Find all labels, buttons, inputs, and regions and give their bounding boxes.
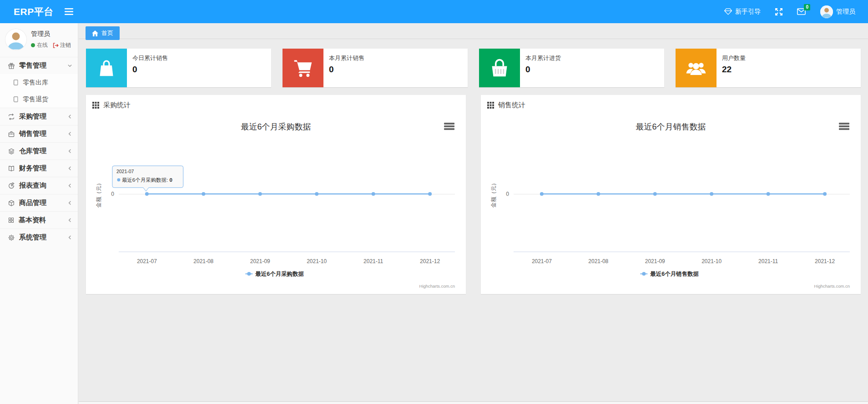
chart-panels-row: 采购统计 最近6个月采购数据金额（元）02021-072021-082021-0… [79, 87, 868, 294]
chart-context-menu-icon[interactable] [444, 123, 454, 130]
chart-context-menu-icon[interactable] [839, 123, 849, 130]
sidebar-item-label: 销售管理 [19, 130, 46, 138]
chevron-down-icon [67, 63, 72, 68]
gear-icon [8, 234, 15, 241]
layers-icon [8, 148, 15, 155]
chevron-left-icon [67, 114, 72, 119]
message-count-badge: 0 [804, 4, 810, 10]
chevron-left-icon [67, 235, 72, 240]
stat-cards-row: 今日累计销售0本月累计销售0本月累计进货0用户数量22 [79, 39, 868, 87]
stat-card-label: 今日累计销售 [132, 54, 168, 62]
guide-label: 新手引导 [735, 8, 761, 16]
panel-sales-stats: 销售统计 最近6个月销售数据金额（元）02021-072021-082021-0… [481, 95, 861, 294]
svg-text:最近6个月采购数据: 最近6个月采购数据 [255, 271, 304, 277]
data-point [372, 192, 375, 196]
messages-button[interactable]: 0 [797, 8, 806, 15]
x-axis-label: 2021-07 [137, 258, 157, 264]
shopping-cart-icon [283, 49, 323, 87]
briefcase-icon [8, 130, 15, 138]
y-axis-tick: 0 [506, 191, 509, 197]
logout-button[interactable]: 注销 [53, 41, 71, 49]
svg-text:最近6个月采购数据: 0: 最近6个月采购数据: 0 [122, 177, 172, 183]
sidebar-item-system[interactable]: 系统管理 [0, 229, 78, 246]
repeat-icon [8, 113, 15, 120]
sidebar-item-label: 仓库管理 [19, 147, 46, 155]
sidebar-item-retail-out[interactable]: 零售出库 [0, 74, 78, 91]
online-status-label: 在线 [37, 41, 48, 49]
users-icon [676, 49, 717, 87]
chart-title: 最近6个月销售数据 [636, 122, 706, 131]
avatar [5, 29, 26, 50]
sidebar-item-label: 报表查询 [19, 181, 46, 190]
sidebar-item-label: 零售退货 [23, 95, 48, 104]
chart-credits: Highcharts.com.cn [419, 284, 455, 289]
sidebar-item-retail-return[interactable]: 零售退货 [0, 91, 78, 108]
data-point [315, 192, 318, 196]
panel-purchase-stats: 采购统计 最近6个月采购数据金额（元）02021-072021-082021-0… [86, 95, 466, 294]
fullscreen-button[interactable] [775, 8, 782, 15]
sidebar-item-reports[interactable]: 报表查询 [0, 177, 78, 194]
panel-title: 采购统计 [103, 101, 131, 110]
chevron-left-icon [67, 149, 72, 154]
x-axis-label: 2021-12 [815, 258, 835, 264]
user-menu[interactable]: 管理员 [820, 5, 855, 18]
sidebar-item-label: 商品管理 [19, 199, 46, 207]
y-axis-title: 金额（元） [96, 180, 102, 208]
stat-card-value: 0 [132, 65, 168, 75]
file-icon [12, 96, 19, 103]
x-axis-label: 2021-08 [193, 258, 213, 264]
tab-bar: 首页 [79, 23, 868, 39]
stat-card-month-sales: 本月累计销售0 [283, 49, 468, 87]
stat-card-value: 0 [525, 65, 561, 75]
x-axis-label: 2021-10 [701, 258, 722, 264]
chevron-left-icon [67, 200, 72, 205]
stat-card-value: 22 [722, 65, 746, 75]
diamond-icon [724, 8, 732, 15]
fullscreen-icon [775, 8, 782, 15]
legend-item[interactable]: 最近6个月采购数据 [245, 271, 304, 277]
stat-card-month-purchase: 本月累计进货0 [479, 49, 664, 87]
stat-card-value: 0 [329, 65, 364, 75]
shopping-bag-icon [86, 49, 127, 87]
sidebar-item-label: 系统管理 [19, 233, 46, 242]
data-point [145, 192, 149, 196]
footer-divider [79, 401, 868, 404]
data-point [540, 192, 544, 196]
legend-item[interactable]: 最近6个月销售数据 [640, 271, 699, 277]
y-axis-title: 金额（元） [490, 180, 497, 208]
main-content: 首页 今日累计销售0本月累计销售0本月累计进货0用户数量22 采购统计 最近6个… [79, 23, 868, 404]
sidebar-item-retail[interactable]: 零售管理 [0, 57, 78, 74]
y-axis-tick: 0 [111, 191, 114, 197]
x-axis-label: 2021-11 [758, 258, 778, 264]
sidebar-item-finance[interactable]: 财务管理 [0, 160, 78, 177]
data-point [823, 192, 827, 196]
chart-title: 最近6个月采购数据 [241, 122, 311, 131]
sidebar-item-warehouse[interactable]: 仓库管理 [0, 142, 78, 160]
svg-text:最近6个月销售数据: 最近6个月销售数据 [650, 271, 699, 277]
sidebar-toggle-icon[interactable] [65, 8, 73, 15]
data-point [653, 192, 657, 196]
sidebar-item-basic-data[interactable]: 基本资料 [0, 211, 78, 229]
sidebar-item-goods[interactable]: 商品管理 [0, 194, 78, 211]
th-grid-icon [92, 102, 99, 109]
pie-chart-icon [8, 182, 15, 190]
purchase-chart: 最近6个月采购数据金额（元）02021-072021-082021-092021… [86, 113, 466, 294]
sidebar-item-purchase[interactable]: 采购管理 [0, 108, 78, 125]
book-icon [8, 165, 15, 172]
gift-icon [8, 62, 15, 70]
avatar [820, 5, 833, 18]
shopping-basket-icon [479, 49, 520, 87]
guide-button[interactable]: 新手引导 [724, 8, 761, 16]
chevron-left-icon [67, 183, 72, 188]
tab-home[interactable]: 首页 [86, 26, 120, 40]
chevron-left-icon [67, 218, 72, 223]
sidebar-item-sales[interactable]: 销售管理 [0, 125, 78, 142]
navbar-right: 新手引导 0 管理员 [724, 5, 868, 18]
file-icon [12, 79, 19, 86]
stat-card-label: 用户数量 [722, 54, 746, 62]
home-icon [92, 30, 98, 36]
app-brand[interactable]: ERP平台 [0, 5, 65, 18]
line-chart: 最近6个月采购数据金额（元）02021-072021-082021-092021… [91, 113, 460, 291]
x-axis-label: 2021-12 [420, 258, 440, 264]
x-axis-label: 2021-07 [532, 258, 552, 264]
